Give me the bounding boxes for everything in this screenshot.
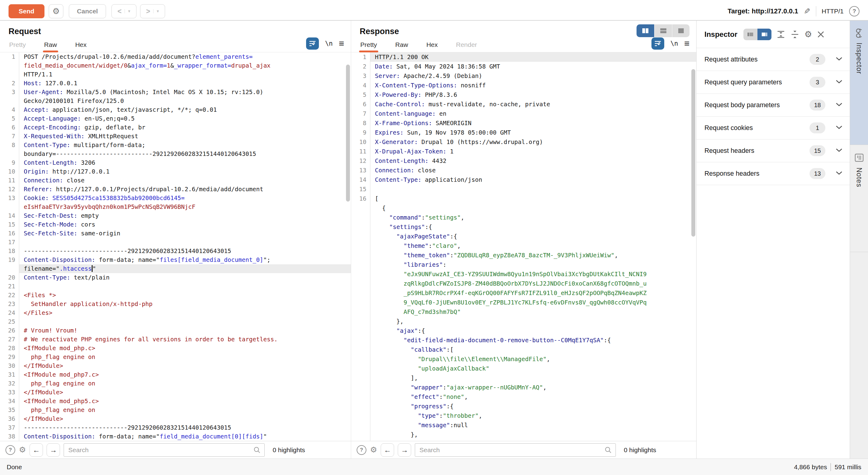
line-number	[351, 260, 370, 270]
prev-match-button[interactable]: ←	[381, 443, 394, 457]
inspector-section-request-body-parameters[interactable]: Request body parameters18	[696, 94, 850, 117]
section-label: Request query parameters	[705, 78, 809, 86]
send-button[interactable]: Send	[8, 4, 44, 18]
inspector-section-response-headers[interactable]: Response headers13	[696, 162, 850, 185]
prev-match-button[interactable]: ←	[30, 443, 43, 457]
inspector-section-request-attributes[interactable]: Request attributes2	[696, 48, 850, 71]
code-line: 37-----------------------------292129206…	[0, 423, 351, 432]
edit-target-icon[interactable]: ✎	[804, 7, 810, 16]
next-match-button[interactable]: →	[46, 443, 60, 457]
response-tabbar: PrettyRawHexRender \n ≡	[351, 36, 696, 52]
back-history-button[interactable]: < ▼	[112, 4, 136, 18]
line-number	[351, 288, 370, 298]
chevron-down-icon	[836, 171, 842, 176]
line-number	[351, 420, 370, 430]
forward-dropdown-icon[interactable]: ▼	[153, 9, 162, 13]
line-number: 11	[351, 147, 370, 156]
dock-left-button[interactable]	[743, 29, 757, 40]
inspector-section-request-cookies[interactable]: Request cookies1	[696, 117, 850, 139]
rows-layout-button[interactable]	[654, 24, 672, 37]
code-line: 2Host: 127.0.0.1	[0, 79, 351, 88]
inspector-section-request-query-parameters[interactable]: Request query parameters3	[696, 71, 850, 94]
code-line: 24</Files>	[0, 309, 351, 317]
response-scrollbar[interactable]	[691, 69, 695, 236]
expand-all-button[interactable]	[776, 30, 785, 39]
wrap-lines-button[interactable]	[306, 37, 319, 50]
inspector-section-request-headers[interactable]: Request headers15	[696, 139, 850, 162]
line-number: 12	[351, 156, 370, 166]
code-line: 3Server: Apache/2.4.59 (Debian)	[351, 71, 696, 81]
response-search-input[interactable]	[415, 444, 616, 456]
next-match-button[interactable]: →	[398, 443, 411, 457]
code-line: "eJx9UNFuwzAI_CE3-YZ9SUUIWdmw8Qyu1n19nSp…	[351, 270, 696, 279]
tab-pretty[interactable]: Pretty	[8, 38, 27, 52]
code-line: 4X-Content-Type-Options: nosniff	[351, 81, 696, 90]
line-number	[351, 241, 370, 251]
line-text: php_flag engine on	[19, 353, 351, 361]
tab-raw[interactable]: Raw	[395, 38, 409, 52]
request-editor[interactable]: 1POST /Projects/drupal-10.2.6/media/add/…	[0, 52, 351, 441]
rail-tab-inspector[interactable]: Inspector	[850, 21, 868, 145]
collapse-all-button[interactable]	[790, 30, 800, 39]
inspector-settings-icon[interactable]: ⚙	[804, 29, 812, 39]
line-number	[351, 317, 370, 326]
line-number: 1	[0, 52, 19, 61]
line-number: 2	[0, 79, 19, 88]
tab-pretty[interactable]: Pretty	[360, 38, 378, 52]
line-number: 27	[0, 335, 19, 344]
editor-menu-icon[interactable]: ≡	[684, 38, 689, 49]
repeater-toolbar: Send ⚙ Cancel < ▼ > ▼ Target: http://127…	[0, 0, 868, 21]
help-icon[interactable]: ?	[849, 6, 860, 17]
single-layout-button[interactable]	[672, 24, 689, 37]
request-scrollbar[interactable]	[346, 65, 350, 201]
code-line: "wrapper":"ajax-wrapper--nUGbUMnY-AQ",	[351, 383, 696, 392]
columns-layout-button[interactable]	[637, 24, 654, 37]
code-line: 1HTTP/1.1 200 OK	[351, 52, 696, 62]
show-newlines-button[interactable]: \n	[670, 40, 678, 47]
tab-raw[interactable]: Raw	[43, 38, 58, 52]
response-editor[interactable]: 1HTTP/1.1 200 OK2Date: Sat, 04 May 2024 …	[351, 52, 696, 441]
tab-hex[interactable]: Hex	[74, 38, 87, 52]
inspector-close-icon[interactable]	[817, 30, 825, 38]
forward-history-button[interactable]: > ▼	[140, 4, 165, 18]
status-done-label: Done	[7, 464, 22, 471]
code-line: "libraries":	[351, 260, 696, 270]
line-number: 13	[0, 194, 19, 202]
rail-tab-notes[interactable]: Notes	[850, 145, 868, 252]
send-settings-button[interactable]: ⚙	[49, 4, 63, 18]
code-line: 33</IfModule>	[0, 388, 351, 397]
code-line: 14Sec-Fetch-Dest: empty	[0, 211, 351, 220]
view-layout-toggle	[637, 24, 689, 37]
line-text: Date: Sat, 04 May 2024 18:36:58 GMT	[370, 62, 696, 71]
search-help-icon[interactable]: ?	[5, 445, 15, 455]
tab-hex[interactable]: Hex	[426, 38, 438, 52]
wrap-lines-button[interactable]	[651, 37, 664, 50]
code-line: "ajaxPageState":{	[351, 232, 696, 241]
code-line: "Drupal\\file\\Element\\ManagedFile",	[351, 354, 696, 364]
line-text	[370, 185, 696, 194]
editor-menu-icon[interactable]: ≡	[339, 38, 344, 49]
target-label: Target: http://127.0.0.1	[727, 7, 798, 15]
code-line: 17	[0, 238, 351, 247]
line-number: 2	[351, 62, 370, 71]
rows-layout-icon	[659, 27, 667, 34]
back-dropdown-icon[interactable]: ▼	[125, 9, 133, 13]
search-settings-icon[interactable]: ⚙	[370, 445, 377, 454]
line-text: "effect":"none",	[370, 392, 696, 402]
search-settings-icon[interactable]: ⚙	[19, 445, 26, 454]
dock-right-button[interactable]	[757, 29, 771, 40]
search-help-icon[interactable]: ?	[356, 445, 366, 455]
code-line: eIsHfaaETVr3av95yvbqQhzn0kom1P5wPcNSqB2V…	[0, 202, 351, 211]
request-search-input[interactable]	[64, 444, 265, 456]
tab-render[interactable]: Render	[455, 38, 477, 52]
line-text: "theme":"claro",	[370, 241, 696, 251]
http-version-label: HTTP/1	[822, 8, 844, 15]
code-line: "settings":{	[351, 222, 696, 232]
cancel-button[interactable]: Cancel	[69, 4, 106, 18]
line-text: Content-language: en	[370, 109, 696, 119]
show-newlines-button[interactable]: \n	[325, 40, 333, 47]
line-number: 18	[0, 247, 19, 255]
line-number	[351, 354, 370, 364]
line-text: -----------------------------29212920602…	[19, 247, 351, 255]
line-number	[351, 279, 370, 288]
